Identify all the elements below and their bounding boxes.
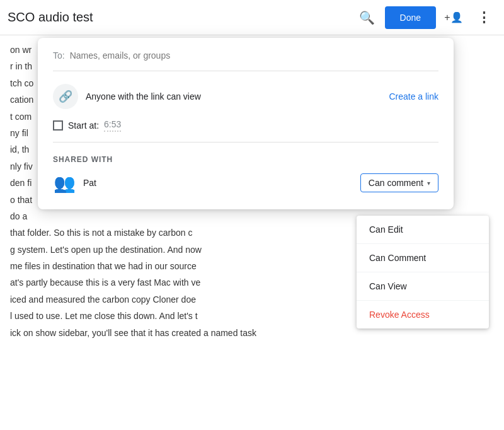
can-comment-option[interactable]: Can Comment — [357, 244, 489, 272]
link-sharing-text: Anyone with the link can view — [86, 91, 389, 102]
permission-dropdown-button[interactable]: Can comment ▾ — [360, 173, 438, 192]
user-name: Pat — [83, 178, 360, 188]
user-row: 👥 Pat Can comment ▾ — [53, 171, 438, 194]
link-icon: 🔗 — [53, 84, 78, 109]
permission-label: Can comment — [369, 178, 423, 188]
chain-icon: 🔗 — [59, 90, 72, 103]
user-avatar-icon: 👥 — [53, 171, 76, 194]
start-at-row: Start at: 6:53 — [53, 119, 438, 142]
done-button[interactable]: Done — [385, 6, 436, 29]
search-button[interactable]: 🔍 — [355, 5, 380, 30]
search-icon: 🔍 — [359, 10, 375, 25]
revoke-access-option[interactable]: Revoke Access — [357, 301, 489, 328]
start-at-time: 6:53 — [104, 119, 121, 132]
start-at-label: Start at: — [68, 120, 99, 131]
group-icon: 👥 — [54, 173, 76, 194]
top-bar: SCO audio test 🔍 Done +👤 ⋮ — [0, 0, 504, 35]
top-bar-actions: 🔍 Done +👤 ⋮ — [355, 5, 496, 30]
start-at-checkbox[interactable] — [53, 120, 63, 131]
more-vert-icon: ⋮ — [477, 9, 491, 26]
permission-dropdown-menu: Can Edit Can Comment Can View Revoke Acc… — [357, 216, 489, 328]
document-title: SCO audio test — [8, 10, 355, 25]
add-person-icon: +👤 — [444, 11, 462, 23]
chevron-down-icon: ▾ — [427, 180, 430, 187]
to-input[interactable] — [70, 50, 438, 61]
more-options-button[interactable]: ⋮ — [471, 5, 496, 30]
create-link-button[interactable]: Create a link — [389, 91, 438, 102]
share-dialog: To: 🔗 Anyone with the link can view Crea… — [38, 38, 454, 209]
can-edit-option[interactable]: Can Edit — [357, 216, 489, 244]
shared-with-label: SHARED WITH — [53, 155, 438, 164]
link-row: 🔗 Anyone with the link can view Create a… — [53, 84, 438, 109]
to-label: To: — [53, 50, 65, 61]
to-row: To: — [53, 50, 438, 71]
can-view-option[interactable]: Can View — [357, 272, 489, 301]
add-person-button[interactable]: +👤 — [441, 5, 466, 30]
